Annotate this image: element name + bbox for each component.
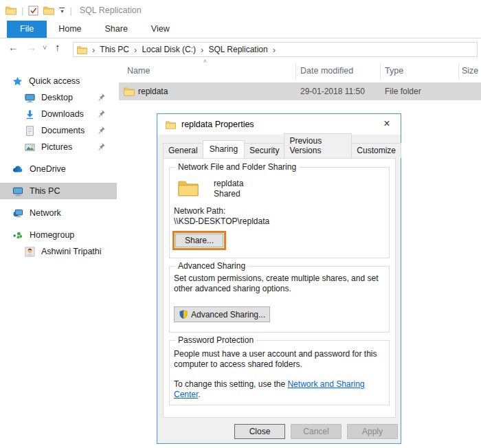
- address-box[interactable]: › This PC › Local Disk (C:) › SQL Replic…: [73, 42, 478, 57]
- share-button-highlight: Share...: [172, 231, 226, 250]
- documents-icon: [25, 126, 35, 136]
- sidebar-item-label: Quick access: [29, 76, 80, 86]
- dialog-close-icon[interactable]: ×: [377, 115, 396, 133]
- pictures-icon: [25, 142, 35, 153]
- pin-icon: [97, 93, 106, 102]
- file-type: File folder: [385, 87, 421, 96]
- window-title: SQL Replication: [80, 5, 142, 15]
- forward-icon[interactable]: →: [26, 41, 36, 53]
- advanced-sharing-button[interactable]: Advanced Sharing...: [174, 306, 270, 322]
- close-button[interactable]: Close: [234, 424, 285, 439]
- ribbon-tab-view[interactable]: View: [139, 21, 181, 38]
- sidebar-item-pictures[interactable]: Pictures: [0, 139, 117, 155]
- change-setting-period: .: [198, 390, 200, 399]
- group-label: Password Protection: [175, 335, 256, 345]
- user-avatar: [25, 247, 35, 257]
- recent-locations-chevron-icon[interactable]: ˅: [43, 43, 47, 52]
- column-divider[interactable]: [458, 63, 459, 80]
- pin-icon: [97, 109, 106, 118]
- folder-shortcut-icon[interactable]: [43, 5, 54, 15]
- file-explorer-window: | ▾ | SQL Replication File Home Share Vi…: [0, 0, 481, 448]
- sort-ascending-icon: ^: [203, 59, 207, 67]
- ribbon-tab-share[interactable]: Share: [93, 21, 139, 38]
- pin-icon: [97, 142, 106, 151]
- sidebar-item-desktop[interactable]: Desktop: [0, 89, 117, 106]
- sidebar-item-documents[interactable]: Documents: [0, 122, 117, 139]
- sidebar-item-label: Pictures: [41, 142, 72, 152]
- cancel-button[interactable]: Cancel: [291, 424, 342, 439]
- navigation-pane: Quick access Desktop Downloads Doc: [0, 59, 117, 448]
- shared-folder-icon: [178, 179, 199, 197]
- group-label: Network File and Folder Sharing: [175, 162, 299, 172]
- quick-access-toolbar-chevron-icon[interactable]: ▾: [59, 8, 65, 14]
- sidebar-item-label: Desktop: [41, 93, 73, 102]
- tab-previous-versions[interactable]: Previous Versions: [284, 133, 352, 158]
- network-path-label: Network Path:: [174, 206, 225, 216]
- app-folder-icon: [5, 5, 16, 15]
- network-path-value: \\KSD-DESKTOP\repldata: [174, 216, 269, 227]
- breadcrumb-local-disk-c[interactable]: Local Disk (C:): [142, 45, 196, 54]
- group-label: Advanced Sharing: [175, 261, 248, 271]
- breadcrumb-folder-icon: [77, 45, 87, 54]
- pin-icon: [97, 126, 106, 135]
- ribbon-tab-home[interactable]: Home: [47, 21, 93, 38]
- tab-customize[interactable]: Customize: [351, 143, 401, 158]
- breadcrumb-separator: ›: [91, 45, 96, 55]
- password-protection-change-line: To change this setting, use the Network …: [174, 379, 388, 400]
- file-date-modified: 29-01-2018 11:50: [300, 87, 365, 96]
- column-header-date-modified[interactable]: Date modified: [300, 66, 353, 76]
- uac-shield-icon: [179, 309, 188, 320]
- sidebar-item-label: Homegroup: [30, 230, 74, 240]
- sidebar-item-quick-access[interactable]: Quick access: [0, 73, 117, 89]
- sidebar-item-label: This PC: [30, 186, 60, 196]
- file-name: repldata: [138, 87, 168, 96]
- properties-check-icon[interactable]: [28, 5, 38, 16]
- ribbon-tab-file[interactable]: File: [7, 21, 47, 38]
- column-divider[interactable]: [380, 63, 381, 80]
- sidebar-item-network[interactable]: Network: [0, 205, 117, 221]
- toolbar-separator: |: [21, 5, 23, 16]
- file-row-repldata[interactable]: repldata 29-01-2018 11:50 File folder: [119, 82, 481, 100]
- column-divider[interactable]: [295, 63, 296, 80]
- breadcrumb-sql-replication[interactable]: SQL Replication: [208, 45, 267, 54]
- sidebar-item-label: Documents: [41, 126, 85, 135]
- address-bar-row: ← → ˅ ↑ › This PC › Local Disk (C:) › SQ…: [0, 38, 481, 59]
- column-header-type[interactable]: Type: [385, 66, 403, 76]
- this-pc-icon: [12, 186, 23, 197]
- network-icon: [12, 208, 23, 219]
- sidebar-item-downloads[interactable]: Downloads: [0, 106, 117, 122]
- dialog-title-bar: repldata Properties: [157, 114, 401, 135]
- repldata-properties-dialog: repldata Properties × General Sharing Se…: [157, 113, 401, 444]
- back-icon[interactable]: ←: [8, 41, 19, 53]
- downloads-icon: [25, 109, 35, 120]
- apply-button[interactable]: Apply: [347, 424, 398, 439]
- tab-security[interactable]: Security: [244, 143, 284, 158]
- sharing-tab-page: Network File and Folder Sharing repldata…: [163, 158, 396, 418]
- sidebar-item-label: OneDrive: [30, 164, 66, 174]
- onedrive-cloud-icon: [12, 165, 23, 173]
- sidebar-item-user-ashwini-tripathi[interactable]: Ashwini Tripathi: [0, 243, 117, 260]
- tab-general[interactable]: General: [163, 143, 203, 158]
- share-state: Shared: [214, 189, 240, 199]
- network-file-folder-sharing-group: Network File and Folder Sharing repldata…: [169, 167, 390, 258]
- advanced-sharing-button-label: Advanced Sharing...: [191, 310, 265, 320]
- sidebar-item-label: Downloads: [41, 109, 84, 119]
- sidebar-item-label: Network: [30, 208, 61, 218]
- password-protection-group: Password Protection People must have a u…: [169, 340, 390, 405]
- password-protection-description: People must have a user account and pass…: [174, 349, 380, 370]
- toolbar-separator: |: [69, 5, 71, 16]
- sidebar-item-label: Ashwini Tripathi: [41, 247, 102, 256]
- tab-sharing[interactable]: Sharing: [203, 140, 245, 158]
- quick-access-star-icon: [12, 76, 23, 87]
- share-button[interactable]: Share...: [175, 234, 223, 247]
- dialog-tab-strip: General Sharing Security Previous Versio…: [163, 143, 401, 158]
- breadcrumb-separator: ›: [133, 45, 137, 55]
- up-icon[interactable]: ↑: [55, 41, 60, 53]
- breadcrumb-separator: ›: [200, 45, 204, 55]
- breadcrumb-this-pc[interactable]: This PC: [100, 45, 129, 54]
- sidebar-item-homegroup[interactable]: Homegroup: [0, 227, 117, 243]
- column-header-size[interactable]: Size: [462, 66, 478, 76]
- column-header-name[interactable]: Name: [127, 66, 150, 76]
- sidebar-item-this-pc[interactable]: This PC: [0, 183, 117, 199]
- sidebar-item-onedrive[interactable]: OneDrive: [0, 161, 117, 177]
